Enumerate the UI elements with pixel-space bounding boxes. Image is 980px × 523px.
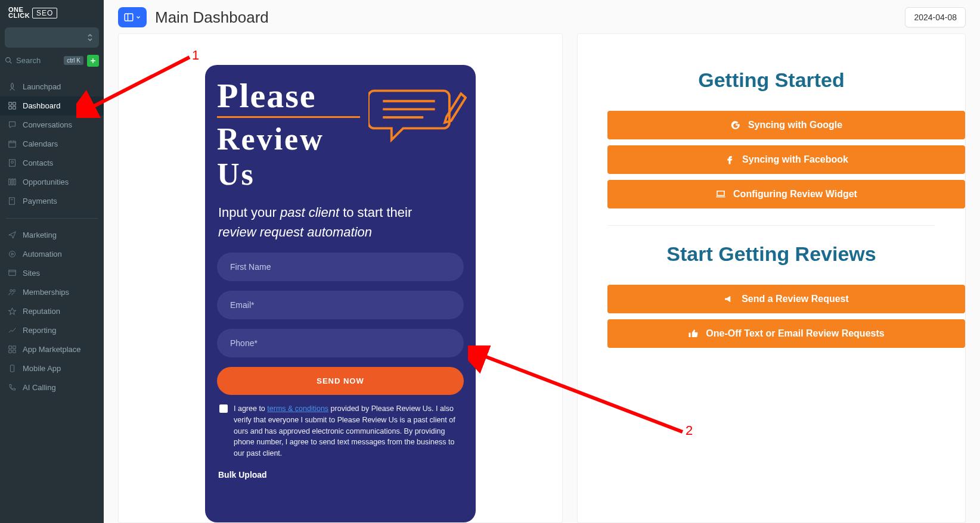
subtitle-em: past client — [280, 205, 339, 220]
nav-ai-calling[interactable]: AI Calling — [0, 378, 104, 397]
button-label: Syncing with Google — [748, 120, 842, 130]
page-title: Main Dashboard — [155, 8, 269, 27]
nav-launchpad[interactable]: Launchpad — [0, 77, 104, 96]
subtitle-pre: Input your — [218, 205, 280, 220]
sync-google-button[interactable]: Syncing with Google — [607, 111, 965, 139]
opportunities-icon — [7, 178, 17, 187]
button-label: Syncing with Facebook — [742, 154, 848, 165]
svg-rect-5 — [13, 107, 15, 109]
brand-line2: CLICK — [8, 13, 30, 19]
svg-rect-26 — [10, 365, 14, 372]
nav-label: AI Calling — [23, 383, 56, 392]
nav-sites[interactable]: Sites — [0, 264, 104, 283]
svg-line-1 — [10, 61, 11, 63]
svg-rect-25 — [13, 350, 15, 353]
search-placeholder: Search — [16, 56, 41, 65]
review-request-panel: Please Review Us — [118, 33, 563, 523]
nav-label: Automation — [23, 250, 62, 259]
nav-label: Reputation — [23, 307, 60, 316]
nav-separator — [6, 218, 98, 219]
email-field[interactable]: Email* — [217, 291, 464, 319]
brand-logo: ONE CLICK SEO — [0, 0, 104, 24]
chevron-down-icon — [135, 14, 141, 20]
button-label: Send a Review Request — [742, 294, 849, 304]
mobile-icon — [7, 364, 17, 373]
section-divider — [607, 225, 935, 226]
nav-opportunities[interactable]: Opportunities — [0, 173, 104, 192]
nav-calendars[interactable]: Calendars — [0, 135, 104, 154]
bulk-upload-link[interactable]: Bulk Upload — [217, 470, 464, 480]
oneoff-request-button[interactable]: One-Off Text or Email Review Requests — [607, 319, 965, 348]
nav-label: Contacts — [23, 158, 53, 167]
nav-label: Payments — [23, 197, 57, 206]
start-reviews-title: Start Getting Reviews — [578, 242, 965, 266]
apps-icon — [7, 345, 17, 354]
main-area: Main Dashboard 2024-04-08 Please Review … — [104, 0, 980, 523]
quick-add-button[interactable] — [87, 55, 99, 67]
phone-icon — [7, 383, 17, 393]
star-icon — [7, 307, 17, 316]
payments-icon — [7, 197, 17, 206]
button-label: One-Off Text or Email Review Requests — [706, 328, 884, 339]
nav-label: Reporting — [23, 326, 56, 335]
button-label: Configuring Review Widget — [733, 189, 857, 200]
svg-rect-12 — [8, 179, 10, 185]
nav-dashboard[interactable]: Dashboard — [0, 96, 104, 116]
workspace-select[interactable] — [5, 27, 99, 48]
nav-reporting[interactable]: Reporting — [0, 321, 104, 340]
nav-label: Sites — [23, 269, 40, 278]
terms-link[interactable]: terms & conditions — [267, 404, 328, 413]
svg-rect-3 — [13, 102, 15, 105]
search-shortcut: ctrl K — [64, 56, 83, 65]
getting-started-title: Getting Started — [578, 69, 965, 92]
nav-contacts[interactable]: Contacts — [0, 154, 104, 173]
layout-icon — [123, 12, 134, 23]
svg-rect-2 — [8, 102, 11, 105]
primary-nav: Launchpad Dashboard Conversations Calend… — [0, 69, 104, 397]
announcement-icon — [724, 294, 734, 304]
layout-toggle-button[interactable] — [118, 7, 147, 27]
nav-reputation[interactable]: Reputation — [0, 302, 104, 321]
config-widget-button[interactable]: Configuring Review Widget — [607, 180, 965, 208]
calendar-icon — [7, 139, 17, 149]
nav-payments[interactable]: Payments — [0, 192, 104, 211]
contacts-icon — [7, 158, 17, 168]
nav-mobile-app[interactable]: Mobile App — [0, 359, 104, 378]
search-icon — [5, 57, 13, 64]
date-picker[interactable]: 2024-04-08 — [905, 7, 966, 27]
sites-icon — [7, 269, 17, 278]
search-input[interactable]: Search — [5, 56, 60, 65]
nav-label: Memberships — [23, 288, 69, 297]
svg-rect-15 — [9, 198, 14, 204]
nav-label: Opportunities — [23, 178, 69, 186]
nav-automation[interactable]: Automation — [0, 245, 104, 264]
svg-rect-18 — [8, 270, 15, 276]
sync-facebook-button[interactable]: Syncing with Facebook — [607, 145, 965, 174]
svg-rect-32 — [717, 191, 724, 196]
svg-rect-13 — [11, 179, 13, 185]
sidebar: ONE CLICK SEO Search ctrl K Launch — [0, 0, 104, 523]
consent-checkbox[interactable] — [219, 404, 228, 413]
send-now-button[interactable]: SEND NOW — [217, 367, 464, 395]
svg-rect-4 — [8, 107, 11, 109]
nav-app-marketplace[interactable]: App Marketplace — [0, 340, 104, 359]
nav-label: Launchpad — [23, 82, 61, 91]
send-review-request-button[interactable]: Send a Review Request — [607, 285, 965, 313]
svg-rect-6 — [8, 141, 15, 147]
nav-conversations[interactable]: Conversations — [0, 116, 104, 135]
getting-started-panel: Getting Started Syncing with Google Sync… — [577, 33, 966, 523]
nav-label: Mobile App — [23, 364, 61, 373]
svg-rect-23 — [13, 346, 15, 348]
svg-point-20 — [10, 289, 12, 292]
svg-point-17 — [9, 251, 15, 257]
nav-marketing[interactable]: Marketing — [0, 226, 104, 245]
memberships-icon — [7, 288, 17, 297]
google-icon — [730, 120, 741, 130]
automation-icon — [7, 250, 17, 259]
nav-memberships[interactable]: Memberships — [0, 283, 104, 302]
phone-field[interactable]: Phone* — [217, 329, 464, 357]
reporting-icon — [7, 326, 17, 335]
thumbs-up-icon — [688, 328, 699, 339]
first-name-field[interactable]: First Name — [217, 253, 464, 281]
brand-seo-badge: SEO — [32, 8, 57, 18]
